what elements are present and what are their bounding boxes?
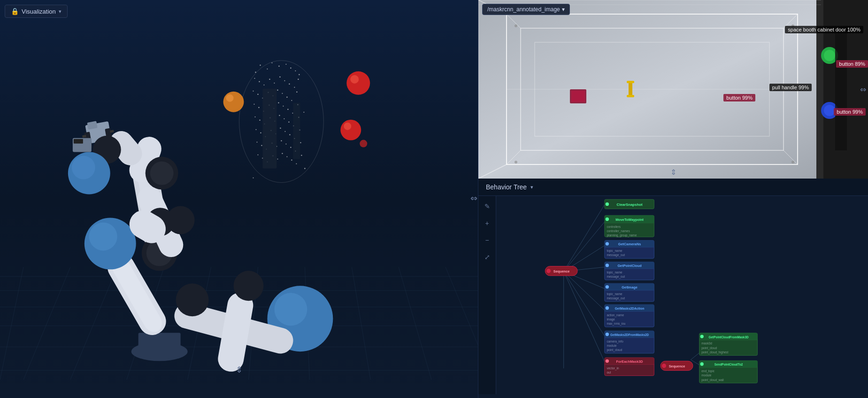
svg-point-53	[283, 106, 284, 107]
svg-point-46	[296, 92, 297, 93]
svg-point-45	[291, 100, 292, 101]
svg-point-221	[606, 285, 609, 289]
svg-point-16	[239, 61, 323, 183]
vertical-resize-handle[interactable]: ⇕	[670, 168, 676, 177]
node-get-pc-from-mask3d: GetPointCloudFromMask3D mask3d point_clo…	[699, 333, 758, 356]
svg-point-47	[253, 104, 254, 105]
svg-point-23	[285, 64, 286, 65]
svg-rect-160	[627, 81, 634, 83]
svg-text:message_out: message_out	[607, 275, 625, 279]
svg-point-26	[299, 74, 300, 75]
svg-point-29	[263, 85, 264, 86]
svg-text:message_out: message_out	[607, 297, 625, 300]
svg-text:end_topic: end_topic	[701, 369, 715, 373]
bt-canvas[interactable]: ✎ + − ⤢	[478, 196, 868, 394]
svg-point-58	[259, 119, 260, 120]
svg-point-36	[298, 79, 299, 80]
svg-point-171	[515, 161, 517, 164]
svg-line-180	[564, 272, 605, 336]
bt-header: Behavior Tree ▾	[478, 179, 868, 196]
topic-name: /maskrcnn_annotated_image	[487, 6, 560, 13]
svg-point-99	[304, 168, 305, 169]
svg-point-96	[301, 155, 302, 156]
svg-point-28	[259, 81, 260, 82]
svg-text:point_cloud_wall: point_cloud_wall	[701, 378, 723, 382]
svg-point-94	[291, 159, 292, 160]
svg-text:point_cloud_highest: point_cloud_highest	[701, 351, 728, 354]
svg-text:module: module	[701, 374, 711, 377]
3d-scene-svg: ⇔ ⇕	[0, 0, 478, 398]
svg-rect-133	[74, 139, 83, 144]
visualization-header[interactable]: 🔒 Visualization ▾	[5, 5, 68, 18]
svg-line-8	[70, 267, 117, 380]
svg-point-191	[606, 203, 609, 206]
svg-text:vector_in: vector_in	[607, 367, 619, 370]
svg-point-72	[280, 127, 281, 128]
zoom-out-icon[interactable]: −	[481, 234, 494, 247]
node-send-point-cloud: SendPointCloudTo2 end_topic module point…	[699, 360, 758, 383]
resize-handle-v: ⇔	[470, 194, 477, 203]
bt-svg: Sequence ClearSnapshot	[496, 196, 868, 394]
svg-rect-101	[293, 103, 300, 159]
svg-point-32	[279, 77, 280, 78]
orange-ball	[223, 92, 244, 112]
svg-point-48	[258, 107, 259, 108]
svg-line-6	[0, 267, 23, 380]
node-get-masks2d-action: GetMasks2DAction action_name image max_n…	[605, 304, 654, 327]
annotation-pull-handle: pull handle 99%	[769, 84, 812, 91]
svg-point-165	[824, 50, 835, 61]
svg-point-19	[267, 69, 268, 70]
svg-point-30	[269, 79, 270, 80]
svg-point-98	[253, 178, 253, 179]
svg-line-174	[564, 204, 605, 271]
svg-point-82	[281, 140, 282, 141]
svg-point-254	[662, 364, 666, 368]
fit-icon[interactable]: ⤢	[481, 250, 494, 264]
svg-point-62	[279, 115, 280, 116]
svg-point-213	[606, 264, 609, 267]
svg-point-141	[176, 283, 209, 316]
svg-text:point_cloud: point_cloud	[607, 348, 622, 352]
annotation-button-99-right: button 99%	[834, 108, 866, 116]
svg-point-104	[346, 71, 370, 95]
svg-line-14	[399, 267, 431, 380]
svg-point-78	[261, 145, 262, 146]
svg-point-229	[606, 306, 609, 310]
svg-point-67	[255, 129, 256, 130]
svg-text:GetCameraNs: GetCameraNs	[618, 242, 641, 247]
svg-point-268	[700, 362, 704, 366]
svg-text:controller_names: controller_names	[607, 229, 630, 233]
svg-point-21	[271, 62, 272, 63]
svg-point-55	[292, 113, 293, 114]
left-panel-3d: 🔒 Visualization ▾	[0, 0, 478, 398]
svg-point-172	[791, 161, 794, 164]
node-get-camera-ns: GetCameraNs topic_name message_out	[605, 240, 654, 258]
svg-point-105	[350, 75, 359, 84]
bt-sidebar: ✎ + − ⤢	[478, 196, 496, 394]
svg-point-64	[288, 121, 289, 122]
svg-point-33	[284, 80, 285, 81]
svg-point-118	[89, 222, 117, 250]
svg-point-238	[606, 333, 609, 336]
horizontal-resize-handle[interactable]: ⇔	[860, 85, 866, 94]
lock-icon: 🔒	[11, 8, 19, 15]
svg-point-38	[257, 94, 258, 95]
svg-rect-161	[627, 95, 634, 97]
sequence-node-2: Sequence	[661, 361, 693, 370]
svg-point-131	[72, 156, 95, 179]
svg-point-107	[344, 123, 351, 130]
node-get-image: GetImage topic_name message_out	[605, 283, 654, 302]
topic-bar[interactable]: /maskrcnn_annotated_image ▾	[482, 4, 570, 15]
svg-point-143	[167, 206, 195, 234]
svg-point-169	[515, 24, 517, 27]
edit-icon[interactable]: ✎	[481, 200, 494, 213]
svg-point-84	[290, 147, 291, 148]
svg-point-57	[254, 117, 255, 117]
zoom-in-icon[interactable]: +	[481, 217, 494, 230]
point-cloud	[239, 61, 323, 183]
behavior-tree-panel: Behavior Tree ▾ ✎ + − ⤢	[478, 179, 868, 398]
svg-point-31	[274, 83, 275, 84]
svg-text:topic_name: topic_name	[607, 271, 622, 274]
svg-text:message_out: message_out	[607, 253, 625, 257]
svg-point-20	[255, 72, 256, 73]
